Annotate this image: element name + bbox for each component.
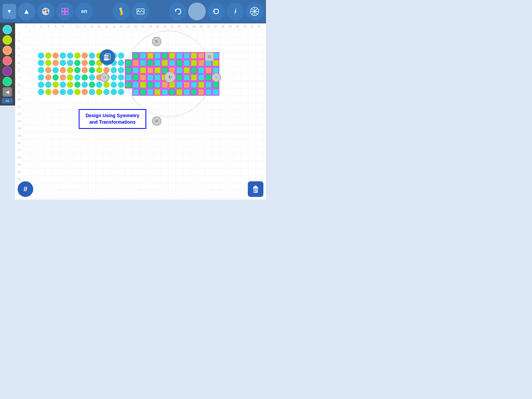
svg-point-193 xyxy=(111,82,117,88)
svg-point-191 xyxy=(96,82,102,88)
dropdown-button[interactable]: ▼ xyxy=(3,4,16,19)
undo-button[interactable] xyxy=(169,3,187,20)
screen-toggle-button[interactable]: ⊡ xyxy=(205,52,214,61)
svg-point-200 xyxy=(74,89,81,95)
hash-button[interactable]: # xyxy=(18,181,33,197)
svg-rect-280 xyxy=(198,89,204,95)
svg-rect-212 xyxy=(169,52,175,59)
undo-icon xyxy=(172,6,183,17)
pencil-button[interactable] xyxy=(112,3,130,20)
svg-text:18: 18 xyxy=(149,25,152,28)
svg-text:16: 16 xyxy=(134,25,137,28)
svg-rect-211 xyxy=(162,52,168,59)
rotate-bottom-handle[interactable]: ↺ xyxy=(152,116,161,126)
svg-text:21: 21 xyxy=(170,25,174,28)
palette-button[interactable] xyxy=(37,3,55,20)
trash-icon xyxy=(251,184,260,194)
svg-text:13: 13 xyxy=(18,120,21,123)
svg-rect-219 xyxy=(125,60,132,66)
svg-rect-272 xyxy=(140,89,146,95)
svg-text:4: 4 xyxy=(18,54,20,57)
svg-rect-209 xyxy=(147,52,154,59)
svg-point-182 xyxy=(118,74,124,81)
svg-point-163 xyxy=(67,67,73,73)
svg-text:16: 16 xyxy=(18,142,21,144)
svg-rect-210 xyxy=(154,52,161,59)
svg-point-164 xyxy=(74,67,81,73)
svg-text:11: 11 xyxy=(98,25,101,28)
star-button[interactable] xyxy=(246,3,263,20)
up-button[interactable]: ▲ xyxy=(18,3,35,20)
color-yellow-green[interactable] xyxy=(3,35,12,45)
svg-text:9: 9 xyxy=(18,91,20,94)
refresh-button[interactable] xyxy=(207,3,225,20)
svg-point-166 xyxy=(89,67,95,73)
right-arrow-handle[interactable]: → xyxy=(212,73,221,82)
svg-rect-260 xyxy=(140,82,146,88)
svg-rect-224 xyxy=(162,60,168,66)
svg-point-169 xyxy=(111,67,117,73)
svg-text:2: 2 xyxy=(18,40,20,43)
svg-text:14: 14 xyxy=(18,127,21,130)
svg-rect-223 xyxy=(154,60,161,66)
svg-text:17: 17 xyxy=(18,149,21,152)
svg-rect-225 xyxy=(169,60,175,66)
svg-point-185 xyxy=(52,82,59,88)
svg-text:20: 20 xyxy=(18,171,21,174)
svg-rect-7 xyxy=(62,12,65,15)
svg-point-196 xyxy=(45,89,51,95)
svg-text:15: 15 xyxy=(18,134,21,137)
svg-rect-247 xyxy=(140,74,146,81)
copy-icon-button[interactable] xyxy=(99,49,115,65)
svg-point-141 xyxy=(82,52,88,59)
svg-rect-243 xyxy=(205,67,212,74)
svg-rect-266 xyxy=(183,82,190,88)
svg-rect-208 xyxy=(140,52,146,59)
svg-rect-256 xyxy=(205,74,212,81)
svg-rect-262 xyxy=(154,82,161,88)
canvas-area[interactable]: 1234567891011121314151617181920212223242… xyxy=(15,23,266,200)
color-pink[interactable] xyxy=(3,56,12,65)
svg-text:8: 8 xyxy=(77,25,78,28)
pencil-icon xyxy=(117,7,126,16)
center-rotate-handle[interactable]: ↻ xyxy=(164,71,176,83)
svg-point-189 xyxy=(82,82,88,88)
svg-rect-222 xyxy=(147,60,154,66)
svg-text:14: 14 xyxy=(119,25,123,28)
left-drag-handle[interactable]: ↔ xyxy=(100,73,109,82)
svg-text:6: 6 xyxy=(62,25,64,28)
svg-point-167 xyxy=(96,67,102,73)
svg-point-176 xyxy=(74,74,81,81)
svg-point-177 xyxy=(82,74,88,81)
svg-rect-8 xyxy=(65,12,68,15)
language-button[interactable]: en xyxy=(75,3,93,20)
color-green[interactable] xyxy=(3,77,12,86)
svg-rect-271 xyxy=(132,89,139,95)
svg-text:5: 5 xyxy=(18,62,20,64)
svg-point-188 xyxy=(74,82,81,88)
svg-text:23: 23 xyxy=(185,25,188,28)
copy-icon xyxy=(103,53,112,62)
color-orange[interactable] xyxy=(3,46,12,55)
svg-point-186 xyxy=(60,82,66,88)
trash-button[interactable] xyxy=(248,181,263,197)
palette-arrow[interactable]: ◀ xyxy=(3,87,12,97)
svg-rect-245 xyxy=(125,74,132,81)
svg-text:25: 25 xyxy=(200,25,203,28)
svg-point-138 xyxy=(60,52,66,59)
svg-rect-292 xyxy=(255,186,257,187)
rotate-top-handle[interactable]: ↻ xyxy=(152,37,161,46)
svg-rect-227 xyxy=(183,60,190,66)
svg-text:1: 1 xyxy=(18,32,20,35)
image-button[interactable] xyxy=(132,3,149,20)
svg-text:27: 27 xyxy=(214,25,217,28)
info-button[interactable]: i xyxy=(227,3,244,20)
circle-light-button[interactable] xyxy=(188,3,206,20)
shapes-button[interactable] xyxy=(56,3,74,20)
svg-text:12: 12 xyxy=(18,112,21,115)
color-cyan[interactable] xyxy=(3,25,12,34)
color-purple[interactable] xyxy=(3,66,12,76)
svg-rect-265 xyxy=(176,82,183,88)
svg-text:5: 5 xyxy=(55,25,56,28)
svg-text:1: 1 xyxy=(26,25,27,28)
